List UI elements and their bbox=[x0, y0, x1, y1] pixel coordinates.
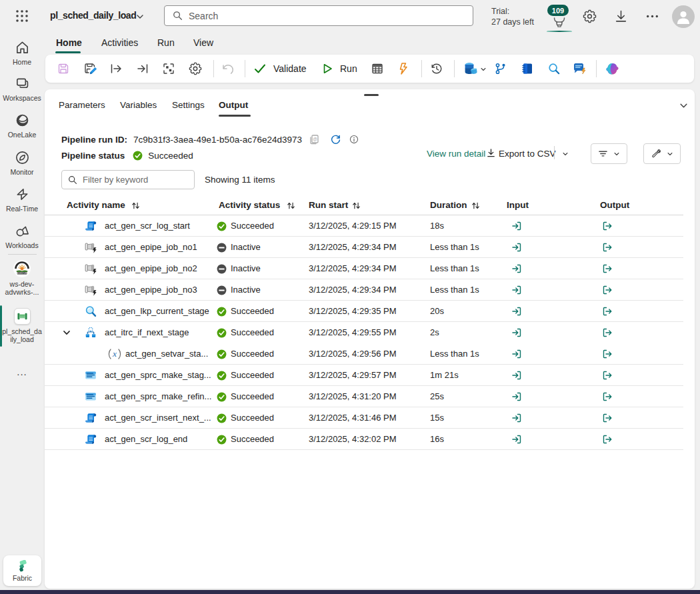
settings-wrench-button[interactable] bbox=[643, 143, 681, 164]
input-icon[interactable] bbox=[511, 391, 522, 402]
ribbon-tab-activities[interactable]: Activities bbox=[101, 37, 138, 48]
data-source-icon[interactable] bbox=[463, 61, 478, 76]
sidebar-item-workloads[interactable]: Workloads bbox=[0, 223, 44, 249]
output-icon[interactable] bbox=[602, 327, 613, 338]
col-duration[interactable]: Duration bbox=[430, 200, 467, 210]
output-icon[interactable] bbox=[602, 413, 613, 423]
table-row[interactable]: act_gen_epipe_job_no2 Inactive 3/12/2025… bbox=[45, 258, 683, 279]
sidebar-item-realtime[interactable]: Real-Time bbox=[0, 187, 44, 213]
output-icon[interactable] bbox=[602, 370, 613, 381]
col-activity-status[interactable]: Activity status bbox=[219, 200, 280, 210]
output-icon[interactable] bbox=[602, 349, 613, 359]
download-icon[interactable] bbox=[614, 9, 628, 23]
info-icon[interactable] bbox=[349, 135, 359, 144]
trial-balloon-button[interactable]: 109 bbox=[545, 3, 573, 32]
input-icon[interactable] bbox=[511, 306, 522, 317]
output-icon[interactable] bbox=[602, 434, 613, 445]
user-avatar[interactable] bbox=[672, 5, 695, 28]
pipeline-settings-gear-icon[interactable] bbox=[189, 62, 202, 75]
ribbon-tab-home[interactable]: Home bbox=[56, 37, 82, 48]
import-icon[interactable] bbox=[109, 62, 123, 75]
save-as-icon[interactable] bbox=[83, 61, 97, 76]
output-icon[interactable] bbox=[602, 306, 613, 317]
sort-run-start-icon[interactable] bbox=[352, 201, 361, 210]
snap-to-grid-icon[interactable] bbox=[162, 62, 175, 75]
filter-keyword-input[interactable] bbox=[83, 175, 183, 185]
validate-button[interactable]: Validate bbox=[273, 63, 307, 74]
col-input[interactable]: Input bbox=[507, 200, 529, 210]
table-row[interactable]: act_gen_epipe_job_no3 Inactive 3/12/2025… bbox=[45, 279, 683, 301]
run-button[interactable]: Run bbox=[340, 63, 357, 74]
sidebar-item-workspaces[interactable]: Workspaces bbox=[0, 76, 44, 102]
undo-icon[interactable] bbox=[221, 62, 234, 75]
export-to-csv-button[interactable]: Export to CSV bbox=[499, 149, 556, 159]
browse-search-icon[interactable] bbox=[547, 62, 561, 75]
panel-tab-variables[interactable]: Variables bbox=[120, 100, 157, 110]
output-icon[interactable] bbox=[602, 391, 613, 402]
table-row[interactable]: act_gen_setvar_sta... Succeeded 3/12/202… bbox=[45, 343, 683, 365]
panel-tab-parameters[interactable]: Parameters bbox=[59, 100, 105, 110]
run-play-icon[interactable] bbox=[321, 62, 334, 75]
output-icon[interactable] bbox=[602, 285, 613, 295]
save-icon[interactable] bbox=[57, 62, 70, 75]
sidebar-item-pipeline-current[interactable]: pl_sched_da ily_load bbox=[0, 308, 44, 343]
output-icon[interactable] bbox=[602, 263, 613, 274]
sort-duration-icon[interactable] bbox=[471, 201, 480, 210]
notebook-icon[interactable] bbox=[521, 62, 534, 75]
table-row[interactable]: act_gen_sprc_make_refin... Succeeded 3/1… bbox=[45, 386, 683, 407]
input-icon[interactable] bbox=[511, 242, 522, 253]
filter-button[interactable] bbox=[591, 143, 627, 164]
table-row[interactable]: act_gen_lkp_current_stage Succeeded 3/12… bbox=[45, 301, 683, 322]
col-run-start[interactable]: Run start bbox=[309, 200, 348, 210]
schedule-table-icon[interactable] bbox=[371, 62, 384, 75]
more-options-icon[interactable] bbox=[645, 9, 659, 23]
input-icon[interactable] bbox=[511, 434, 522, 445]
col-output[interactable]: Output bbox=[600, 200, 629, 210]
input-icon[interactable] bbox=[511, 221, 522, 231]
input-icon[interactable] bbox=[511, 263, 522, 274]
app-launcher-icon[interactable] bbox=[15, 9, 29, 23]
sidebar-item-onelake[interactable]: OneLake bbox=[0, 113, 44, 139]
sidebar-item-home[interactable]: Home bbox=[0, 40, 44, 66]
export-icon[interactable] bbox=[136, 62, 149, 75]
table-row[interactable]: act_gen_sprc_make_stag... Succeeded 3/12… bbox=[45, 365, 683, 386]
input-icon[interactable] bbox=[511, 413, 522, 423]
output-icon[interactable] bbox=[602, 221, 613, 231]
panel-tab-output[interactable]: Output bbox=[219, 100, 248, 110]
export-chevron-icon[interactable] bbox=[561, 151, 569, 157]
panel-tab-settings[interactable]: Settings bbox=[172, 100, 205, 110]
table-row[interactable]: act_gen_scr_insert_next_... Succeeded 3/… bbox=[45, 407, 683, 429]
global-search-box[interactable] bbox=[164, 5, 473, 26]
table-row[interactable]: act_gen_epipe_job_no1 Inactive 3/12/2025… bbox=[45, 237, 683, 258]
rail-more-button[interactable]: ... bbox=[0, 366, 44, 377]
panel-collapse-chevron-icon[interactable] bbox=[679, 101, 688, 110]
copilot-icon[interactable] bbox=[605, 62, 619, 76]
trigger-lightning-icon[interactable] bbox=[397, 62, 410, 75]
run-history-icon[interactable] bbox=[429, 62, 443, 75]
source-control-branch-icon[interactable] bbox=[494, 62, 507, 75]
input-icon[interactable] bbox=[511, 285, 522, 295]
app-title-chevron-down-icon[interactable] bbox=[136, 13, 144, 21]
settings-gear-icon[interactable] bbox=[583, 9, 597, 23]
sidebar-item-monitor[interactable]: Monitor bbox=[0, 150, 44, 176]
export-download-icon[interactable] bbox=[486, 148, 496, 158]
copy-run-id-icon[interactable] bbox=[309, 134, 319, 145]
row-expander-chevron-icon[interactable] bbox=[62, 328, 71, 337]
ribbon-tab-run[interactable]: Run bbox=[157, 37, 175, 48]
filter-keyword-box[interactable] bbox=[61, 170, 195, 189]
sort-activity-name-icon[interactable] bbox=[131, 201, 140, 210]
app-title[interactable]: pl_sched_daily_load bbox=[50, 10, 136, 21]
table-row[interactable]: act_gen_scr_log_end Succeeded 3/12/2025,… bbox=[45, 429, 683, 450]
input-icon[interactable] bbox=[511, 370, 522, 381]
fabric-home-button[interactable]: Fabric bbox=[3, 555, 41, 586]
data-source-chevron-icon[interactable] bbox=[480, 66, 487, 73]
table-row[interactable]: act_itrc_if_next_stage Succeeded 3/12/20… bbox=[45, 322, 683, 343]
col-activity-name[interactable]: Activity name bbox=[67, 200, 125, 210]
input-icon[interactable] bbox=[511, 349, 522, 359]
feedback-chat-icon[interactable] bbox=[572, 61, 587, 76]
ribbon-tab-view[interactable]: View bbox=[193, 37, 213, 48]
view-run-detail-link[interactable]: View run detail bbox=[427, 149, 485, 159]
sidebar-item-workspace-current[interactable]: ws-dev- advwrks-... bbox=[0, 260, 44, 296]
global-search-input[interactable] bbox=[189, 11, 442, 21]
input-icon[interactable] bbox=[511, 327, 522, 338]
